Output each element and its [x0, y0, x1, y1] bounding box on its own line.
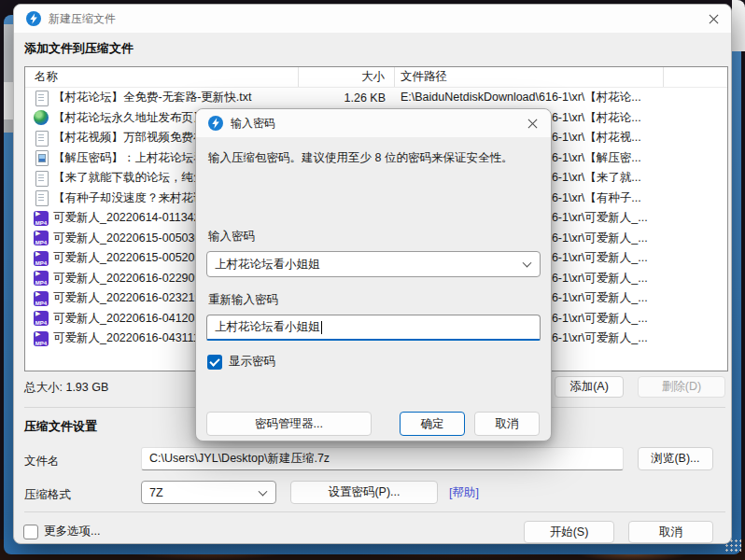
column-header-size[interactable]: 大小: [299, 67, 395, 87]
chevron-down-icon: [259, 486, 268, 496]
add-button[interactable]: 添加(A): [555, 376, 624, 398]
url-file-icon: [34, 110, 49, 125]
window-title: 新建压缩文件: [49, 11, 116, 27]
password-manager-button[interactable]: 密码管理器...: [206, 412, 372, 436]
confirm-password-value: 上村花论坛看小姐姐: [215, 319, 320, 335]
cancel-button[interactable]: 取消: [628, 521, 713, 543]
txt-file-icon: [34, 131, 49, 146]
mp4-file-icon: [34, 271, 49, 286]
show-password-checkbox[interactable]: [207, 355, 222, 370]
more-options-label: 更多选项...: [44, 524, 100, 539]
password-instruction: 输入压缩包密码。建议使用至少 8 位的密码来保证安全性。: [208, 149, 541, 167]
column-header-name[interactable]: 名称: [25, 67, 299, 87]
text-caret: [321, 321, 322, 334]
background-window-fragment: [4, 24, 13, 82]
format-label: 压缩格式: [24, 487, 71, 503]
enter-password-dialog: 输入密码 输入压缩包密码。建议使用至少 8 位的密码来保证安全性。 输入密码 上…: [195, 108, 552, 441]
show-password-label: 显示密码: [229, 354, 275, 370]
file-size-cell: 1.26 KB: [299, 91, 395, 105]
confirm-password-input[interactable]: 上村花论坛看小姐姐: [206, 315, 541, 341]
format-selected-value: 7Z: [149, 486, 163, 499]
dialog-titlebar[interactable]: 输入密码: [196, 109, 551, 137]
password-value: 上村花论坛看小姐姐: [215, 257, 320, 273]
mp4-file-icon: [34, 211, 49, 226]
txt-file-icon: [34, 171, 49, 186]
mp4-file-icon: [34, 251, 49, 266]
background-window-fragment: [4, 119, 13, 133]
close-x-glyph: [709, 14, 719, 24]
chevron-down-icon: [523, 259, 532, 268]
bandizip-app-icon: [208, 116, 223, 131]
browse-button[interactable]: 浏览(B)...: [638, 447, 713, 470]
img-file-icon: [34, 150, 49, 165]
divider: [24, 511, 725, 512]
close-x-glyph: [527, 119, 538, 129]
help-link[interactable]: [帮助]: [449, 485, 479, 501]
password-label: 输入密码: [208, 229, 255, 245]
show-password-row[interactable]: 显示密码: [207, 354, 275, 370]
bandizip-app-icon: [26, 11, 41, 26]
confirm-password-label: 重新输入密码: [208, 292, 278, 308]
titlebar[interactable]: 新建压缩文件: [14, 5, 731, 33]
table-row[interactable]: 【村花论坛】全免费-无套路-更新快.txt1.26 KBE:\BaiduNetd…: [25, 88, 727, 108]
more-options-checkbox[interactable]: [23, 525, 38, 539]
close-icon[interactable]: [699, 7, 727, 31]
add-files-section-title: 添加文件到压缩文件: [24, 40, 134, 57]
format-select[interactable]: 7Z: [141, 481, 276, 504]
background-window-fragment: [4, 82, 13, 119]
dialog-title: 输入密码: [231, 116, 275, 132]
start-button[interactable]: 开始(S): [524, 521, 614, 543]
set-password-button[interactable]: 设置密码(P)...: [290, 481, 438, 504]
filename-label: 文件名: [24, 454, 60, 469]
file-name-cell: 【村花论坛】全免费-无套路-更新快.txt: [53, 90, 299, 105]
txt-file-icon: [34, 91, 49, 105]
mp4-file-icon: [34, 231, 49, 245]
file-path-cell: E:\BaiduNetdiskDownload\616-1\xr\【村花论...: [395, 90, 727, 105]
mp4-file-icon: [34, 331, 49, 346]
delete-button: 删除(D): [638, 376, 725, 398]
more-options-row[interactable]: 更多选项...: [23, 524, 100, 539]
dialog-cancel-button[interactable]: 取消: [474, 412, 540, 436]
column-header-path[interactable]: 文件路径: [395, 67, 664, 87]
total-size-label: 总大小: 1.93 GB: [24, 380, 108, 396]
archive-settings-section-title: 压缩文件设置: [24, 418, 97, 435]
dialog-close-icon[interactable]: [519, 112, 545, 135]
file-list-header: 名称 大小 文件路径: [25, 67, 727, 88]
filename-input[interactable]: C:\Users\JYL\Desktop\新建压缩.7z: [141, 447, 624, 470]
txt-file-icon: [34, 190, 49, 205]
ok-button[interactable]: 确定: [400, 412, 465, 436]
column-header-filler: [664, 67, 727, 87]
background-window-fragment: [732, 0, 745, 51]
mp4-file-icon: [34, 291, 49, 306]
mp4-file-icon: [34, 311, 49, 326]
password-combobox[interactable]: 上村花论坛看小姐姐: [206, 251, 541, 277]
